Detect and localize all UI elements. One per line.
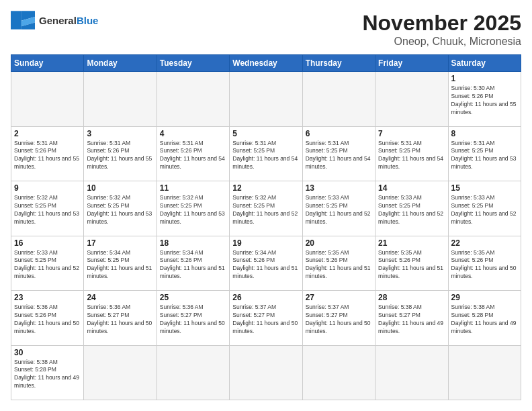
table-row: 11Sunrise: 5:32 AM Sunset: 5:25 PM Dayli… — [157, 181, 229, 236]
day-number: 12 — [232, 183, 299, 193]
calendar-row: 2Sunrise: 5:31 AM Sunset: 5:26 PM Daylig… — [11, 126, 521, 181]
day-number: 30 — [14, 348, 81, 357]
day-info: Sunrise: 5:36 AM Sunset: 5:26 PM Dayligh… — [14, 304, 81, 336]
table-row: 22Sunrise: 5:35 AM Sunset: 5:26 PM Dayli… — [448, 236, 521, 291]
day-info: Sunrise: 5:32 AM Sunset: 5:25 PM Dayligh… — [14, 194, 81, 226]
day-info: Sunrise: 5:33 AM Sunset: 5:25 PM Dayligh… — [306, 194, 372, 226]
header-monday: Monday — [84, 55, 157, 72]
table-row: 14Sunrise: 5:33 AM Sunset: 5:25 PM Dayli… — [375, 181, 448, 236]
day-info: Sunrise: 5:30 AM Sunset: 5:26 PM Dayligh… — [451, 85, 518, 117]
table-row: 26Sunrise: 5:37 AM Sunset: 5:27 PM Dayli… — [230, 291, 302, 346]
day-info: Sunrise: 5:32 AM Sunset: 5:25 PM Dayligh… — [160, 194, 226, 226]
location-title: Oneop, Chuuk, Micronesia — [362, 36, 521, 48]
day-info: Sunrise: 5:31 AM Sunset: 5:26 PM Dayligh… — [87, 140, 153, 172]
day-number: 21 — [378, 238, 445, 248]
table-row: 25Sunrise: 5:36 AM Sunset: 5:27 PM Dayli… — [157, 291, 229, 346]
day-number: 16 — [14, 238, 81, 248]
table-row: 24Sunrise: 5:36 AM Sunset: 5:27 PM Dayli… — [84, 291, 157, 346]
page: GeneralBlue November 2025 Oneop, Chuuk, … — [0, 0, 532, 411]
table-row: 1Sunrise: 5:30 AM Sunset: 5:26 PM Daylig… — [448, 72, 521, 127]
day-info: Sunrise: 5:36 AM Sunset: 5:27 PM Dayligh… — [160, 304, 226, 336]
calendar-row: 9Sunrise: 5:32 AM Sunset: 5:25 PM Daylig… — [11, 181, 521, 236]
table-row: 27Sunrise: 5:37 AM Sunset: 5:27 PM Dayli… — [302, 291, 375, 346]
day-info: Sunrise: 5:32 AM Sunset: 5:25 PM Dayligh… — [87, 194, 153, 226]
logo-text: GeneralBlue — [39, 15, 98, 26]
day-info: Sunrise: 5:38 AM Sunset: 5:27 PM Dayligh… — [378, 304, 445, 336]
table-row: 2Sunrise: 5:31 AM Sunset: 5:26 PM Daylig… — [11, 126, 84, 181]
table-row: 21Sunrise: 5:35 AM Sunset: 5:26 PM Dayli… — [375, 236, 448, 291]
table-row: 18Sunrise: 5:34 AM Sunset: 5:26 PM Dayli… — [157, 236, 229, 291]
svg-rect-0 — [11, 11, 21, 29]
day-info: Sunrise: 5:34 AM Sunset: 5:26 PM Dayligh… — [160, 249, 226, 281]
table-row: 20Sunrise: 5:35 AM Sunset: 5:26 PM Dayli… — [302, 236, 375, 291]
day-number: 24 — [87, 293, 153, 302]
table-row: 12Sunrise: 5:32 AM Sunset: 5:25 PM Dayli… — [230, 181, 302, 236]
table-row: 3Sunrise: 5:31 AM Sunset: 5:26 PM Daylig… — [84, 126, 157, 181]
day-number: 9 — [14, 183, 81, 193]
day-info: Sunrise: 5:35 AM Sunset: 5:26 PM Dayligh… — [451, 249, 518, 281]
day-info: Sunrise: 5:34 AM Sunset: 5:26 PM Dayligh… — [232, 249, 299, 281]
day-number: 26 — [232, 293, 299, 302]
calendar-row: 30Sunrise: 5:38 AM Sunset: 5:28 PM Dayli… — [11, 345, 521, 400]
day-info: Sunrise: 5:31 AM Sunset: 5:25 PM Dayligh… — [451, 140, 518, 172]
day-info: Sunrise: 5:38 AM Sunset: 5:28 PM Dayligh… — [14, 359, 81, 391]
day-number: 20 — [306, 238, 372, 248]
table-row: 13Sunrise: 5:33 AM Sunset: 5:25 PM Dayli… — [302, 181, 375, 236]
month-title: November 2025 — [362, 11, 521, 36]
day-number: 8 — [451, 129, 518, 138]
table-row — [84, 72, 157, 127]
table-row: 16Sunrise: 5:33 AM Sunset: 5:25 PM Dayli… — [11, 236, 84, 291]
day-number: 22 — [451, 238, 518, 248]
table-row — [157, 72, 229, 127]
header-thursday: Thursday — [302, 55, 375, 72]
day-number: 7 — [378, 129, 445, 138]
day-info: Sunrise: 5:32 AM Sunset: 5:25 PM Dayligh… — [232, 194, 299, 226]
day-info: Sunrise: 5:31 AM Sunset: 5:25 PM Dayligh… — [306, 140, 372, 172]
table-row: 28Sunrise: 5:38 AM Sunset: 5:27 PM Dayli… — [375, 291, 448, 346]
table-row: 5Sunrise: 5:31 AM Sunset: 5:25 PM Daylig… — [230, 126, 302, 181]
calendar-row: 1Sunrise: 5:30 AM Sunset: 5:26 PM Daylig… — [11, 72, 521, 127]
day-info: Sunrise: 5:35 AM Sunset: 5:26 PM Dayligh… — [306, 249, 372, 281]
table-row — [11, 72, 84, 127]
table-row: 29Sunrise: 5:38 AM Sunset: 5:28 PM Dayli… — [448, 291, 521, 346]
day-number: 10 — [87, 183, 153, 193]
day-info: Sunrise: 5:31 AM Sunset: 5:26 PM Dayligh… — [14, 140, 81, 172]
table-row: 4Sunrise: 5:31 AM Sunset: 5:26 PM Daylig… — [157, 126, 229, 181]
table-row: 19Sunrise: 5:34 AM Sunset: 5:26 PM Dayli… — [230, 236, 302, 291]
header-saturday: Saturday — [448, 55, 521, 72]
day-info: Sunrise: 5:37 AM Sunset: 5:27 PM Dayligh… — [306, 304, 372, 336]
day-info: Sunrise: 5:33 AM Sunset: 5:25 PM Dayligh… — [14, 249, 81, 281]
calendar-row: 16Sunrise: 5:33 AM Sunset: 5:25 PM Dayli… — [11, 236, 521, 291]
weekday-header-row: Sunday Monday Tuesday Wednesday Thursday… — [11, 55, 521, 72]
day-info: Sunrise: 5:38 AM Sunset: 5:28 PM Dayligh… — [451, 304, 518, 336]
day-number: 28 — [378, 293, 445, 302]
day-number: 19 — [232, 238, 299, 248]
table-row — [230, 345, 302, 400]
table-row — [302, 72, 375, 127]
table-row: 15Sunrise: 5:33 AM Sunset: 5:25 PM Dayli… — [448, 181, 521, 236]
calendar-row: 23Sunrise: 5:36 AM Sunset: 5:26 PM Dayli… — [11, 291, 521, 346]
table-row — [302, 345, 375, 400]
header-wednesday: Wednesday — [230, 55, 302, 72]
table-row: 17Sunrise: 5:34 AM Sunset: 5:25 PM Dayli… — [84, 236, 157, 291]
day-number: 18 — [160, 238, 226, 248]
table-row: 6Sunrise: 5:31 AM Sunset: 5:25 PM Daylig… — [302, 126, 375, 181]
day-number: 6 — [306, 129, 372, 138]
day-number: 14 — [378, 183, 445, 193]
day-number: 23 — [14, 293, 81, 302]
table-row — [157, 345, 229, 400]
day-info: Sunrise: 5:37 AM Sunset: 5:27 PM Dayligh… — [232, 304, 299, 336]
day-number: 25 — [160, 293, 226, 302]
day-info: Sunrise: 5:31 AM Sunset: 5:25 PM Dayligh… — [378, 140, 445, 172]
day-info: Sunrise: 5:35 AM Sunset: 5:26 PM Dayligh… — [378, 249, 445, 281]
header-friday: Friday — [375, 55, 448, 72]
table-row — [84, 345, 157, 400]
day-number: 4 — [160, 129, 226, 138]
day-number: 11 — [160, 183, 226, 193]
day-info: Sunrise: 5:33 AM Sunset: 5:25 PM Dayligh… — [378, 194, 445, 226]
day-number: 13 — [306, 183, 372, 193]
day-number: 3 — [87, 129, 153, 138]
day-number: 5 — [232, 129, 299, 138]
table-row — [230, 72, 302, 127]
table-row: 23Sunrise: 5:36 AM Sunset: 5:26 PM Dayli… — [11, 291, 84, 346]
